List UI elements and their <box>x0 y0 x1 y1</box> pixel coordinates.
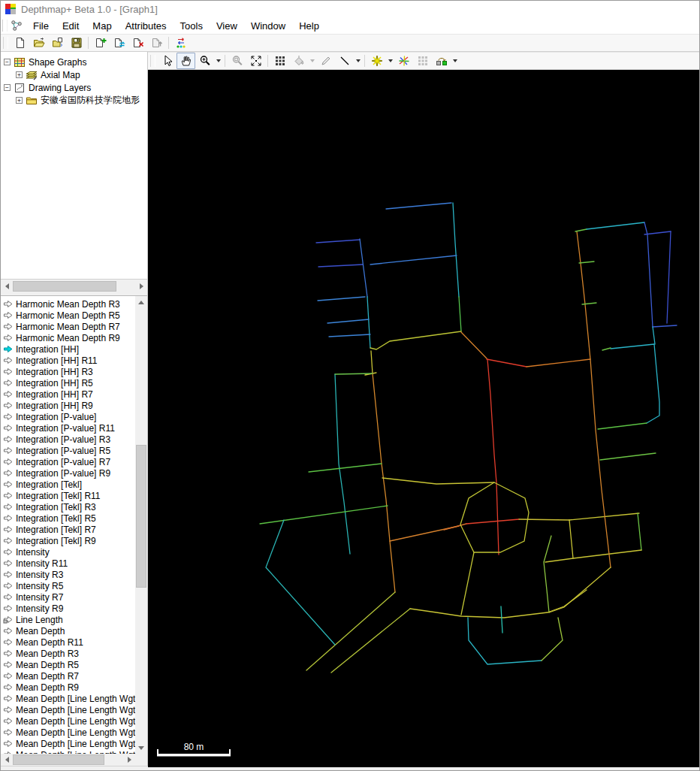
attribute-item[interactable]: Mean Depth [Line Length Wgt] F <box>1 738 135 749</box>
axial-line[interactable] <box>647 344 659 423</box>
scrollbar-thumb[interactable] <box>13 754 104 765</box>
axial-line[interactable] <box>260 506 388 524</box>
scrollbar-thumb[interactable] <box>13 281 116 292</box>
tree-node[interactable]: −Shape Graphs <box>1 56 147 68</box>
attribute-item[interactable]: Mean Depth [Line Length Wgt] <box>1 693 135 704</box>
axial-line[interactable] <box>653 325 677 327</box>
attribute-item[interactable]: Intensity <box>1 546 135 558</box>
axial-line[interactable] <box>266 520 335 645</box>
attribute-item[interactable]: Harmonic Mean Depth R9 <box>1 332 135 343</box>
axial-line[interactable] <box>527 359 590 367</box>
axial-line[interactable] <box>569 520 573 558</box>
axial-line[interactable] <box>460 482 529 552</box>
attribute-item[interactable]: Integration [HH] R3 <box>1 366 135 377</box>
new-layer-button[interactable] <box>91 35 110 51</box>
attribute-item[interactable]: Integration [Tekl] R7 <box>1 524 135 535</box>
menu-item-map[interactable]: Map <box>86 19 118 33</box>
axial-line[interactable] <box>638 513 641 550</box>
attribute-item[interactable]: Mean Depth [Line Length Wgt] F <box>1 727 135 738</box>
axial-line[interactable] <box>549 567 611 612</box>
axial-line[interactable] <box>316 240 360 243</box>
attribute-item[interactable]: Integration [P-value] <box>1 411 135 422</box>
zoom-in-button[interactable] <box>195 53 214 69</box>
axial-line[interactable] <box>611 344 654 349</box>
save-button[interactable] <box>67 35 86 51</box>
axial-line[interactable] <box>575 229 587 231</box>
axial-line[interactable] <box>468 618 542 664</box>
collapse-icon[interactable]: − <box>4 59 11 65</box>
scroll-left-button[interactable] <box>1 280 13 292</box>
tree-node[interactable]: +安徽省国防科技学院地形 <box>1 94 147 107</box>
axial-map-canvas[interactable]: 80 m <box>148 70 700 767</box>
attribute-item[interactable]: Integration [P-value] R5 <box>1 445 135 456</box>
attribute-item[interactable]: Intensity R3 <box>1 569 135 580</box>
axial-line[interactable] <box>501 606 502 633</box>
menu-item-view[interactable]: View <box>210 19 244 33</box>
axial-line[interactable] <box>653 327 655 344</box>
expand-icon[interactable]: + <box>16 97 23 104</box>
attribute-item[interactable]: Mean Depth R9 <box>1 682 135 693</box>
new-map-star-button[interactable] <box>367 53 386 69</box>
menu-item-edit[interactable]: Edit <box>56 19 86 33</box>
attribute-item[interactable]: Integration [Tekl] R3 <box>1 501 135 512</box>
recentre-view-button[interactable] <box>246 53 265 69</box>
menu-item-file[interactable]: File <box>26 19 56 33</box>
scroll-left-button[interactable] <box>1 754 13 766</box>
axial-line[interactable] <box>519 519 569 520</box>
axial-line[interactable] <box>466 519 519 524</box>
axial-line[interactable] <box>382 478 494 484</box>
tree-node[interactable]: +Axial Map <box>1 68 147 81</box>
draw-line-button[interactable] <box>335 53 354 69</box>
axial-line[interactable] <box>602 348 611 350</box>
new-map-star-dropdown[interactable] <box>386 53 394 68</box>
attribute-item[interactable]: Mean Depth R3 <box>1 648 135 659</box>
attribute-item[interactable]: Integration [HH] R9 <box>1 400 135 411</box>
recolour-range-button[interactable] <box>171 35 190 51</box>
axial-line[interactable] <box>582 303 596 304</box>
attribute-item[interactable]: Mean Depth [Line Length Wgt] F <box>1 704 135 715</box>
menu-item-tools[interactable]: Tools <box>173 19 210 33</box>
pan-hand-button[interactable] <box>177 53 195 69</box>
join-dropdown[interactable] <box>451 53 459 68</box>
import-file-button[interactable] <box>48 35 67 51</box>
axial-line[interactable] <box>335 374 350 554</box>
attribute-item[interactable]: Harmonic Mean Depth R5 <box>1 310 135 321</box>
expand-icon[interactable]: + <box>16 71 23 78</box>
axial-line[interactable] <box>329 334 370 337</box>
attribute-item[interactable]: Integration [HH] R5 <box>1 377 135 389</box>
scroll-up-button[interactable] <box>135 296 147 308</box>
attribute-item[interactable]: Harmonic Mean Depth R3 <box>1 298 135 310</box>
axial-line[interactable] <box>373 373 395 592</box>
attribute-item[interactable]: Integration [P-value] R9 <box>1 467 135 479</box>
axial-line[interactable] <box>644 231 671 234</box>
new-document-button[interactable] <box>11 35 29 51</box>
attribute-item[interactable]: Integration [HH] R7 <box>1 389 135 400</box>
scroll-down-button[interactable] <box>135 742 147 754</box>
show-grid-button[interactable] <box>270 53 289 69</box>
axial-line[interactable] <box>461 332 487 358</box>
attribute-item[interactable]: Mean Depth R7 <box>1 670 135 682</box>
axial-line[interactable] <box>598 423 647 429</box>
join-button[interactable] <box>432 53 451 69</box>
axial-line[interactable] <box>644 222 653 327</box>
axial-line[interactable] <box>360 239 367 297</box>
attribute-item[interactable]: Integration [P-value] R3 <box>1 434 135 445</box>
axial-line[interactable] <box>587 222 644 229</box>
attribute-item[interactable]: Mean Depth R5 <box>1 659 135 670</box>
attribute-item[interactable]: Intensity R11 <box>1 558 135 569</box>
axial-line[interactable] <box>327 319 369 323</box>
open-file-button[interactable] <box>29 35 48 51</box>
delete-layer-button[interactable] <box>128 35 147 51</box>
axial-line[interactable] <box>331 609 410 673</box>
axial-line[interactable] <box>318 265 363 267</box>
menu-item-window[interactable]: Window <box>244 19 292 33</box>
attribute-item[interactable]: Intensity R7 <box>1 591 135 603</box>
attribute-item[interactable]: Integration [P-value] R7 <box>1 456 135 467</box>
axial-line[interactable] <box>544 536 551 612</box>
axial-line[interactable] <box>600 453 656 460</box>
axial-line[interactable] <box>487 359 527 367</box>
attribute-item[interactable]: Harmonic Mean Depth R7 <box>1 321 135 332</box>
axial-line[interactable] <box>309 464 382 472</box>
attribute-item[interactable]: Line Length <box>1 614 135 625</box>
axial-line[interactable] <box>545 550 641 562</box>
